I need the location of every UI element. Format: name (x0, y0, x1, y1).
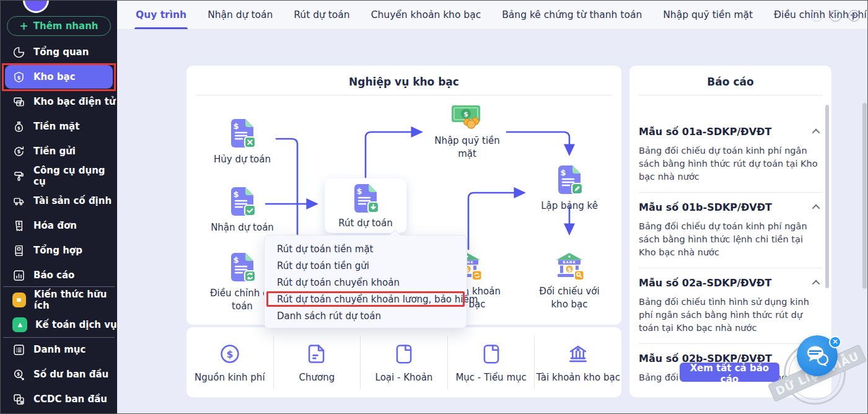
more-tabs-icon[interactable]: ••• (848, 10, 860, 22)
sidebar-item-kho-bac[interactable]: $ Kho bạc (5, 65, 113, 89)
dropdown-item-rut-chuyen-khoan[interactable]: Rút dự toán chuyển khoản (265, 274, 467, 291)
quick-link-tai-khoan-kho-bac[interactable]: Tài khoản kho bạc (535, 336, 621, 389)
sidebar-item-ccdc-ban-dau[interactable]: CCDC ban đầu (1, 387, 117, 412)
report-code: Mẫu số 02a-SDKP/ĐVĐT (639, 277, 771, 289)
tab-nhap-quy-tien-mat[interactable]: Nhập quỹ tiền mặt (663, 1, 753, 29)
opening-balance-icon: $ (12, 368, 25, 381)
sidebar-item-cong-cu-dung-cu[interactable]: Công cụ dụng cụ (1, 164, 117, 188)
sidebar-item-label: Tiền mặt (33, 121, 79, 132)
flow-node-doi-chieu-kho-bac[interactable]: BANK $ Đối chiếu với kho bạc (533, 252, 606, 311)
flow-node-huy-du-toan[interactable]: $ Hủy dự toán (202, 118, 283, 166)
dropdown-item-rut-tien-mat[interactable]: Rút dự toán tiền mặt (265, 240, 467, 257)
pie-chart-icon (12, 46, 25, 59)
report-code: Mẫu số 01a-SDKP/ĐVĐT (639, 126, 771, 138)
sidebar-item-label: Tiền gửi (33, 146, 76, 157)
budget-doc-check-icon: $ (228, 186, 256, 217)
active-tab-underline (134, 27, 188, 29)
window-scrollbar-thumb[interactable] (862, 103, 867, 289)
quick-add-label: Thêm nhanh (33, 20, 99, 32)
sidebar-item-tong-quan[interactable]: Tổng quan (1, 40, 117, 64)
view-all-reports-button[interactable]: Xem tất cả báo cáo (680, 363, 779, 382)
ccdc-layers-icon (12, 393, 25, 406)
quick-link-label: Loại - Khoản (375, 372, 433, 383)
chat-bubbles-icon (805, 345, 830, 367)
svg-text:$: $ (233, 255, 239, 265)
sidebar-item-kien-thuc-huu-ich[interactable]: Kiến thức hữu ích (1, 288, 117, 312)
sidebar-item-bao-cao[interactable]: Báo cáo (1, 263, 117, 288)
treasury-shield-icon: $ (12, 71, 25, 84)
report-description: Bảng đối chiếu tình hình sử dụng kinh ph… (639, 296, 822, 335)
report-item-header[interactable]: Mẫu số 01a-SDKP/ĐVĐT (639, 126, 822, 138)
quick-link-label: Chương (299, 372, 335, 383)
quick-link-loai-khoan[interactable]: Loại - Khoản (361, 336, 448, 389)
flow-node-label: Nhận dự toán (202, 221, 283, 234)
invoice-icon: $ (12, 219, 25, 232)
flow-node-nhan-du-toan[interactable]: $ Nhận dự toán (202, 186, 283, 234)
sidebar-item-tong-hop[interactable]: Tổng hợp (1, 238, 117, 263)
svg-text:$: $ (17, 74, 20, 80)
quick-link-nguon-kinh-phi[interactable]: $ Nguồn kinh phí (186, 336, 274, 389)
report-code: Mẫu số 01b-SDKP/ĐVĐT (639, 201, 772, 213)
service-logo-icon (12, 317, 27, 332)
chevron-right-icon[interactable]: › (830, 10, 841, 22)
quick-link-label: Nguồn kinh phí (195, 372, 265, 383)
svg-text:$: $ (17, 371, 20, 377)
rut-du-toan-dropdown: Rút dự toán tiền mặt Rút dự toán tiền gử… (264, 235, 467, 328)
flow-node-lap-bang-ke[interactable]: $ Lập bảng kê (529, 164, 610, 213)
quick-link-chuong[interactable]: Chương (274, 336, 361, 389)
chevron-up-icon (812, 205, 820, 213)
tab-chuyen-khoan-kho-bac[interactable]: Chuyển khoản kho bạc (371, 1, 481, 29)
svg-text:$: $ (17, 221, 20, 226)
tab-label: Bảng kê chứng từ thanh toán (502, 9, 642, 20)
chevron-up-icon (812, 129, 820, 137)
quick-add-button[interactable]: + Thêm nhanh (7, 16, 111, 36)
truck-icon (12, 195, 25, 208)
svg-text:$: $ (226, 348, 233, 360)
quick-links-card: $ Nguồn kinh phí Chương Loại - Khoản Mục… (186, 327, 621, 397)
svg-text:$: $ (560, 168, 566, 177)
chapter-doc-icon (305, 342, 328, 366)
flow-node-nhap-quy-tien-mat[interactable]: $ Nhập quỹ tiền mặt (430, 103, 504, 161)
sidebar-item-hoa-don[interactable]: $ Hóa đơn (1, 213, 117, 238)
file-icon (392, 342, 416, 366)
flow-node-rut-du-toan[interactable]: $ Rút dự toán (325, 178, 406, 233)
flow-node-label: Hủy dự toán (202, 153, 283, 166)
dropdown-item-danh-sach-rut[interactable]: Danh sách rút dự toán (265, 307, 467, 324)
svg-text:$: $ (568, 266, 572, 273)
tab-scroll-controls: ‹ › ••• (811, 10, 860, 22)
quick-link-label: Tài khoản kho bạc (536, 372, 620, 383)
sidebar-item-kho-bac-dien-tu[interactable]: $ Kho bạc điện tử (1, 89, 117, 114)
sidebar-menu: Tổng quan $ Kho bạc $ Kho bạc điện tử $ … (1, 40, 117, 412)
tab-rut-du-toan[interactable]: Rút dự toán (294, 1, 349, 29)
sidebar-item-tai-san-co-dinh[interactable]: Tài sản cố định (1, 188, 117, 213)
tab-nhan-du-toan[interactable]: Nhận dự toán (208, 1, 273, 29)
sidebar-item-label: Kho bạc điện tử (33, 96, 116, 107)
sidebar-item-label: Kho bạc (33, 71, 76, 82)
report-item-header[interactable]: Mẫu số 02a-SDKP/ĐVĐT (639, 277, 822, 289)
tab-label: Nhận dự toán (208, 9, 273, 20)
sidebar-divider (3, 286, 115, 287)
sidebar-item-label: Tổng quan (33, 46, 89, 58)
dropdown-item-rut-ck-luong-bao-hiem[interactable]: Rút dự toán chuyển khoản lương, bảo hiểm (265, 291, 467, 307)
quick-link-muc-tieu-muc[interactable]: Mục - Tiểu mục (448, 336, 535, 389)
sidebar-item-label: Danh mục (33, 344, 85, 355)
report-item: Mẫu số 01b-SDKP/ĐVĐT Bảng đối chiếu dự t… (639, 193, 822, 268)
tab-quy-trinh[interactable]: Quy trình (136, 1, 186, 29)
report-item-header[interactable]: Mẫu số 01b-SDKP/ĐVĐT (639, 201, 822, 213)
sidebar-item-tien-mat[interactable]: $ Tiền mặt (1, 114, 117, 139)
sidebar-item-so-du-ban-dau[interactable]: $ Số dư ban đầu (1, 362, 117, 387)
sidebar-item-label: Báo cáo (33, 270, 74, 281)
sidebar-item-danh-muc[interactable]: Danh mục (1, 337, 117, 362)
chevron-left-icon[interactable]: ‹ (811, 10, 823, 22)
reports-scrollbar-thumb[interactable] (825, 105, 829, 288)
tab-bang-ke-chung-tu[interactable]: Bảng kê chứng từ thanh toán (502, 1, 642, 29)
tab-label: Rút dự toán (294, 9, 349, 20)
sidebar-item-ke-toan-dich-vu[interactable]: Kế toán dịch vụ (1, 312, 117, 337)
flow-node-label: Rút dự toán (325, 218, 406, 229)
sidebar-item-tien-gui[interactable]: $ Tiền gửi (1, 139, 117, 164)
chat-close-button[interactable]: × (829, 336, 841, 348)
tab-label: Nhập quỹ tiền mặt (663, 9, 753, 20)
budget-doc-edit-icon: $ (555, 164, 584, 195)
dropdown-item-rut-tien-gui[interactable]: Rút dự toán tiền gửi (265, 257, 467, 274)
svg-text:$: $ (356, 187, 362, 196)
